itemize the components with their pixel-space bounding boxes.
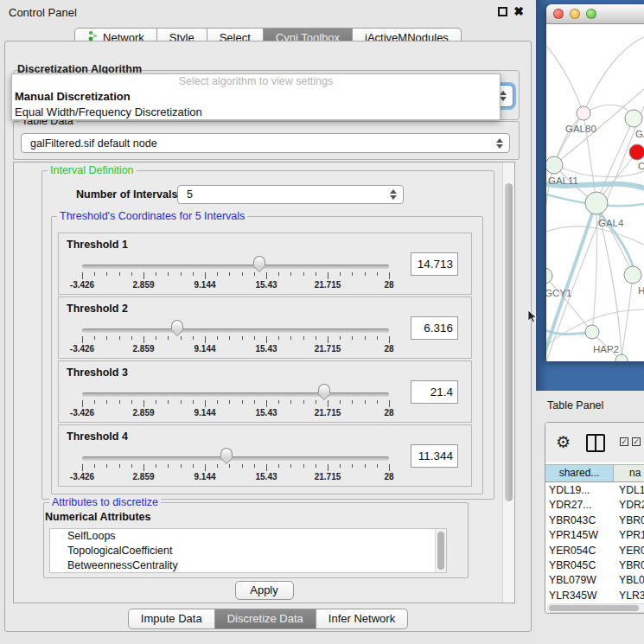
slider-ticks <box>82 400 389 408</box>
table-row[interactable]: YBL079WYBL0 <box>545 573 644 588</box>
table-toolbar: ⚙ ✓ ✓ <box>545 423 644 462</box>
attribute-item-selfloops[interactable]: SelfLoops <box>50 529 446 544</box>
slider-ticks <box>82 336 389 344</box>
zoom-traffic-light-icon[interactable] <box>586 9 596 19</box>
threshold-label: Threshold 3 <box>67 367 128 379</box>
table-row[interactable]: YLR345WYLR3 <box>545 589 644 603</box>
network-node[interactable] <box>629 144 644 160</box>
slider-track[interactable] <box>82 265 389 269</box>
apply-button[interactable]: Apply <box>235 581 294 600</box>
right-side: GAL80GACGAL11GAL4HGCY1HAP2 Table Panel ⚙… <box>536 0 644 644</box>
table-data-value: galFiltered.sif default node <box>30 137 157 150</box>
thresholds-group: Threshold's Coordinates for 5 Intervals … <box>51 216 483 494</box>
table-row[interactable]: YBR045CYBR0 <box>545 558 644 573</box>
settings-scrollpane: Interval Definition Number of Intervals … <box>13 162 515 603</box>
table-row[interactable]: YPR145WYPR1 <box>545 528 644 543</box>
table-panel: Table Panel ⚙ ✓ ✓ shared... na YDL19...Y… <box>536 391 644 644</box>
slider-track[interactable] <box>82 328 389 333</box>
dropdown-prompt: Select algorithm to view settings <box>12 74 500 89</box>
slider-track[interactable] <box>82 392 389 397</box>
table-panel-title: Table Panel <box>547 399 603 411</box>
slider-tick-labels: -3.4262.8599.14415.4321.71528 <box>82 344 389 354</box>
numerical-attributes-label: Numerical Attributes <box>45 511 150 523</box>
thresholds-title: Threshold's Coordinates for 5 Intervals <box>57 210 247 222</box>
interval-definition-title: Interval Definition <box>48 164 137 176</box>
table-row[interactable]: YDR27...YDR2 <box>545 498 644 513</box>
slider-track[interactable] <box>82 456 389 461</box>
control-panel: Control Panel ✖ NetworkStyleSelectCyni T… <box>0 0 536 644</box>
numerical-attributes-list[interactable]: SelfLoopsTopologicalCoefficientBetweenne… <box>49 528 447 573</box>
table-data-group: Table Data galFiltered.sif default node <box>13 121 520 160</box>
interval-definition-group: Interval Definition Number of Intervals … <box>41 170 494 500</box>
slider-ticks <box>82 272 389 280</box>
attribute-item-betweennesscentrality[interactable]: BetweennessCentrality <box>50 558 446 573</box>
network-node[interactable] <box>585 325 599 339</box>
table-row[interactable]: YBR043CYBR0 <box>545 513 644 528</box>
threshold-value-field[interactable]: 11.344 <box>411 444 458 468</box>
column-header-shared-name[interactable]: shared... <box>545 465 614 481</box>
network-canvas[interactable]: GAL80GACGAL11GAL4HGCY1HAP2 <box>546 24 644 361</box>
tab-label: Discretize Data <box>227 609 303 628</box>
node-label: GAL4 <box>598 218 624 228</box>
threshold-value-field[interactable]: 14.713 <box>411 252 458 276</box>
algorithm-dropdown-popup: Select algorithm to view settings Manual… <box>11 73 501 120</box>
slider-handle[interactable] <box>253 256 265 271</box>
network-node[interactable] <box>585 192 608 214</box>
network-node[interactable] <box>615 354 628 361</box>
table-header-row: shared... na <box>545 464 644 482</box>
dropdown-option-equal-width-frequency-discretization[interactable]: Equal Width/Frequency Discretization <box>12 105 500 120</box>
slider-handle[interactable] <box>171 320 183 335</box>
network-window: GAL80GACGAL11GAL4HGCY1HAP2 <box>546 4 644 361</box>
node-label: GAL80 <box>565 124 596 134</box>
slider-tick-labels: -3.4262.8599.14415.4321.71528 <box>82 408 389 418</box>
table-horizontal-scrollbar[interactable] <box>547 603 644 613</box>
tab-infer-network[interactable]: Infer Network <box>316 609 408 629</box>
attribute-item-topologicalcoefficient[interactable]: TopologicalCoefficient <box>50 544 446 558</box>
desktop-background: GAL80GACGAL11GAL4HGCY1HAP2 <box>536 0 644 391</box>
gear-icon[interactable]: ⚙ <box>556 432 571 452</box>
close-icon[interactable]: ✖ <box>513 7 524 16</box>
slider-handle[interactable] <box>220 448 233 462</box>
table-body: YDL19...YDL1YDR27...YDR2YBR043CYBR0YPR14… <box>545 483 644 609</box>
tab-label: Infer Network <box>328 609 395 628</box>
float-window-icon[interactable] <box>498 7 507 16</box>
dropdown-option-manual-discretization[interactable]: Manual Discretization <box>12 89 500 105</box>
node-label: GAL11 <box>548 175 578 186</box>
threshold-value-field[interactable]: 6.316 <box>411 316 458 340</box>
network-node[interactable] <box>577 106 590 120</box>
threshold-panel-1: Threshold 1-3.4262.8599.14415.4321.71528… <box>58 233 472 295</box>
network-node[interactable] <box>546 156 563 174</box>
tab-label: Impute Data <box>141 609 202 628</box>
column-header-name[interactable]: na <box>614 465 644 481</box>
tab-impute-data[interactable]: Impute Data <box>128 609 215 629</box>
slider-handle[interactable] <box>318 384 330 399</box>
columns-icon[interactable] <box>586 434 605 452</box>
checkbox-icon[interactable]: ✓ <box>620 437 628 446</box>
tab-discretize-data[interactable]: Discretize Data <box>215 609 316 629</box>
combo-stepper-icon <box>390 189 397 200</box>
table-row[interactable]: YDL19...YDL1 <box>545 483 644 498</box>
checkbox-icon[interactable]: ✓ <box>632 437 641 446</box>
node-label: HAP2 <box>593 344 619 354</box>
settings-vertical-scrollbar[interactable] <box>502 163 514 603</box>
mouse-cursor-icon <box>527 309 538 327</box>
network-node[interactable] <box>625 110 642 127</box>
close-traffic-light-icon[interactable] <box>553 9 564 19</box>
threshold-label: Threshold 4 <box>67 430 128 443</box>
node-table-window: ⚙ ✓ ✓ shared... na YDL19...YDL1YDR27...Y… <box>545 422 644 614</box>
threshold-label: Threshold 1 <box>67 239 128 251</box>
attributes-list-scrollbar[interactable] <box>435 529 446 572</box>
network-node[interactable] <box>546 268 552 284</box>
network-node[interactable] <box>624 266 641 284</box>
number-of-intervals-combobox[interactable]: 5 <box>177 185 404 204</box>
threshold-label: Threshold 2 <box>67 303 128 315</box>
bottom-tab-bar: Impute DataDiscretize DataInfer Network <box>0 609 536 629</box>
application: Control Panel ✖ NetworkStyleSelectCyni T… <box>0 0 644 644</box>
attributes-title: Attributes to discretize <box>49 496 161 508</box>
table-row[interactable]: YER054CYER0 <box>545 544 644 558</box>
network-window-titlebar <box>546 4 644 24</box>
threshold-value-field[interactable]: 21.4 <box>411 380 458 404</box>
table-data-combobox[interactable]: galFiltered.sif default node <box>21 133 510 153</box>
node-label: H <box>638 285 644 296</box>
minimize-traffic-light-icon[interactable] <box>570 9 580 19</box>
